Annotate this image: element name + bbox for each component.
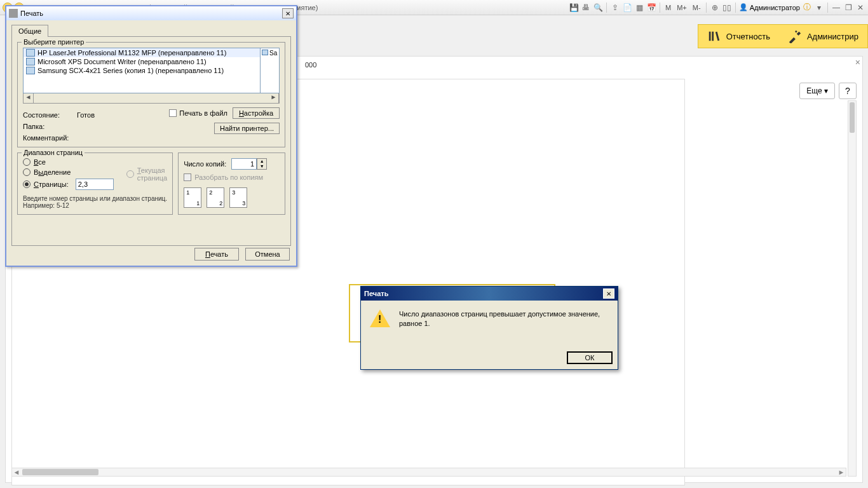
print-dialog-close-button[interactable]: ✕ [282,8,294,18]
printer-item-xps[interactable]: Microsoft XPS Document Writer (перенапра… [24,57,260,66]
printer-groupbox: Выберите принтер HP LaserJet Professiona… [17,42,285,147]
dropdown-icon[interactable]: ▾ [814,3,824,13]
zoom-icon[interactable]: ⊕ [710,3,720,13]
db-icon[interactable]: ⇪ [610,3,620,13]
spin-up-icon[interactable]: ▲ [257,159,266,164]
printer-name: Samsung SCX-4x21 Series (копия 1) (перен… [37,67,224,74]
cancel-button[interactable]: Отмена [245,248,290,261]
copy-icon[interactable]: 📄 [622,3,632,13]
scrollbar-vertical[interactable] [848,100,857,477]
close-icon[interactable]: ✕ [855,3,865,13]
scroll-right-icon[interactable]: ► [269,93,279,103]
print-dialog: Печать ✕ Общие Выберите принтер HP Laser… [5,5,297,267]
minimize-icon[interactable]: — [831,3,841,13]
ribbon-admin[interactable]: Администрир [779,25,867,48]
section-ribbon: Отчетность Администрир [698,24,868,48]
status-label: Состояние: [23,111,77,119]
panel-icon[interactable]: ▯▯ [722,3,732,13]
copies-input[interactable] [231,158,257,170]
printer-name: HP LaserJet Professional M1132 MFP (пере… [37,49,226,57]
comment-label: Комментарий: [23,134,77,142]
warning-icon [370,309,390,330]
save-icon[interactable]: 💾 [569,3,579,13]
printer-small-icon [262,50,268,55]
printer-item-hp[interactable]: HP LaserJet Professional M1132 MFP (пере… [24,48,260,57]
help-button[interactable]: ? [839,83,857,99]
copies-groupbox: Число копий: ▲ ▼ Разобрать по копиям 11 [178,152,285,215]
checkbox-icon [184,173,191,181]
scrollbar-horizontal[interactable]: ◄ ► [11,468,846,477]
scroll-right-icon[interactable]: ► [837,468,846,476]
user-label[interactable]: 👤 Администратор [739,3,800,11]
calendar-icon[interactable]: 📅 [646,3,656,13]
spin-down-icon[interactable]: ▼ [257,164,266,169]
printer-groupbox-title: Выберите принтер [22,38,86,46]
ribbon-reports-label: Отчетность [726,32,770,41]
printer-name: Microsoft XPS Document Writer (перенапра… [37,58,207,65]
printer-small-icon [26,67,35,74]
copies-spinner[interactable]: ▲ ▼ [231,158,267,170]
print-dialog-title: Печать [20,10,43,17]
m-button[interactable]: M [663,4,673,11]
tab-general[interactable]: Общие [11,25,48,37]
collate-label: Разобрать по копиям [194,173,263,181]
info-icon[interactable]: ⓘ [802,3,812,13]
find-printer-button[interactable]: Найти принтер... [214,123,280,134]
scrollbar-h-thumb[interactable] [22,469,98,475]
user-icon: 👤 [739,3,748,11]
checkbox-icon [169,109,177,117]
error-dialog: Печать ✕ Число диапазонов страниц превыш… [360,286,618,370]
print-dialog-titlebar[interactable]: Печать ✕ [6,6,296,20]
page-range-hint: Введите номер страницы или диапазон стра… [23,195,167,209]
page-range-groupbox: Диапазон страниц Все Выделение Страницы:… [17,152,173,215]
error-dialog-close-button[interactable]: ✕ [603,288,614,299]
print-to-file-checkbox[interactable]: Печать в файл [169,109,227,117]
scroll-left-icon[interactable]: ◄ [24,93,34,103]
print-button[interactable]: Печать [194,248,239,261]
error-dialog-title: Печать [364,290,388,297]
scrollbar-thumb[interactable] [850,102,855,133]
error-message: Число диапазонов страниц превышает допус… [399,309,600,329]
pages-input[interactable] [76,179,114,190]
printer-icon [9,9,18,18]
collate-preview: 11 22 33 [184,187,280,208]
collate-checkbox: Разобрать по копиям [184,173,280,181]
print-icon[interactable]: 🖶 [581,3,591,13]
calc-icon[interactable]: ▦ [634,3,644,13]
doc-number-fragment: 000 [305,61,316,69]
books-icon [707,29,721,43]
ok-button[interactable]: ОК [567,351,613,364]
m-plus-button[interactable]: M+ [675,4,689,11]
printer-overflow-label: Sa [261,48,280,93]
maximize-icon[interactable]: ❐ [843,3,853,13]
printer-small-icon [26,58,35,65]
settings-button[interactable]: Настройка [233,107,280,119]
radio-current-page: Текущаястраница [126,158,167,190]
print-to-file-label: Печать в файл [179,109,227,117]
radio-all[interactable]: Все [23,158,114,166]
printer-small-icon [26,49,35,57]
printer-list-scrollbar[interactable]: ◄ ► [23,93,280,104]
copies-label: Число копий: [184,160,226,168]
printer-item-samsung[interactable]: Samsung SCX-4x21 Series (копия 1) (перен… [24,66,260,75]
radio-pages[interactable]: Страницы: [23,179,114,190]
workspace-close-icon[interactable]: × [855,57,860,67]
more-button[interactable]: Еще ▾ [799,83,835,99]
preview-icon[interactable]: 🔍 [593,3,603,13]
radio-selection[interactable]: Выделение [23,168,114,176]
folder-label: Папка: [23,123,77,130]
wrench-icon [788,29,802,43]
error-dialog-titlebar[interactable]: Печать ✕ [361,287,618,301]
page-range-title: Диапазон страниц [22,149,85,156]
m-minus-button[interactable]: M- [691,4,703,11]
ribbon-reports[interactable]: Отчетность [698,25,779,48]
ribbon-admin-label: Администрир [807,32,858,41]
status-value: Готов [77,111,95,119]
scroll-left-icon[interactable]: ◄ [12,468,21,476]
user-name: Администратор [750,4,800,11]
printer-list[interactable]: HP LaserJet Professional M1132 MFP (пере… [23,48,261,93]
